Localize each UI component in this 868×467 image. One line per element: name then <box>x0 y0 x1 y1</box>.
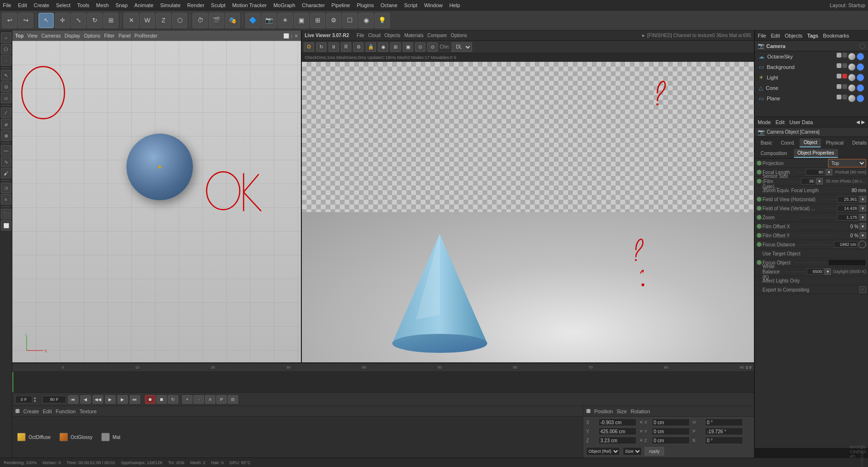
y-size-input[interactable] <box>652 428 690 435</box>
film-offset-x-stepper[interactable]: ▼ <box>859 223 866 230</box>
size-type-select[interactable]: Size <box>623 447 642 456</box>
om-menu-create[interactable]: Create <box>23 409 39 414</box>
autokey-btn[interactable]: A <box>205 395 215 404</box>
p-rot-input[interactable] <box>705 428 743 435</box>
tool-spline[interactable]: ∿ <box>1 156 11 167</box>
menu-sculpt[interactable]: Sculpt <box>211 2 226 8</box>
menu-tools[interactable]: Tools <box>77 2 89 8</box>
pp-menu-mode[interactable]: Mode <box>758 119 771 125</box>
fov-h-stepper[interactable]: ▼ <box>859 196 866 203</box>
tool-polygon[interactable]: ▱ <box>1 93 11 103</box>
lv-octane-icon[interactable]: O <box>304 42 314 52</box>
current-frame-input[interactable] <box>15 396 32 403</box>
focal-length-stepper[interactable]: ▼ <box>826 169 832 175</box>
viewport-expand-btn[interactable]: ⬜ ↕ ✕ <box>283 33 298 39</box>
tool-line[interactable]: — <box>1 145 11 156</box>
preview-btn[interactable]: P <box>216 395 227 404</box>
rp-menu-bookmarks[interactable]: Bookmarks <box>823 33 849 39</box>
coord-type-select[interactable]: Object (Rel) <box>586 447 620 456</box>
lv-view1-btn[interactable]: ▣ <box>403 42 413 52</box>
viewport-menu-prorender[interactable]: ProRender <box>135 33 157 39</box>
tool-extrude[interactable]: ⊕ <box>1 130 11 141</box>
lv-top-section[interactable] <box>302 62 754 212</box>
menu-create[interactable]: Create <box>34 2 49 8</box>
zoom-input[interactable] <box>837 214 858 221</box>
bg-lock[interactable] <box>842 63 847 68</box>
projection-btn[interactable]: ◉ <box>358 13 374 28</box>
tool-mode-point[interactable]: · <box>1 55 11 66</box>
hierarchy-item-light[interactable]: ☀ Light <box>755 72 868 83</box>
end-frame-input[interactable] <box>42 396 66 403</box>
pp-menu-edit[interactable]: Edit <box>776 119 785 125</box>
om-menu-function[interactable]: Function <box>56 409 76 414</box>
material-octdiffuse[interactable]: OctDiffuse <box>14 431 54 443</box>
bg-vis[interactable] <box>837 63 841 68</box>
menu-animate[interactable]: Animate <box>135 2 154 8</box>
lv-menu-options[interactable]: Options <box>451 33 467 38</box>
white-balance-input[interactable] <box>807 268 823 275</box>
menu-file[interactable]: File <box>3 2 11 8</box>
frame-down-btn[interactable]: ▼ <box>33 399 37 403</box>
wb-stepper[interactable]: ▼ <box>824 268 831 275</box>
top-view-content[interactable]: X Z <box>12 41 301 362</box>
remove-key-btn[interactable]: - <box>193 395 204 404</box>
perspective-btn[interactable]: 🔷 <box>245 13 260 28</box>
hierarchy-close-btn[interactable] <box>859 43 865 49</box>
sensor-size-stepper[interactable]: ▼ <box>816 178 823 185</box>
timeline-btn[interactable]: ⏱ <box>193 13 208 28</box>
tool-smooth[interactable]: ≈ <box>1 194 11 204</box>
menu-character[interactable]: Character <box>302 2 325 8</box>
stop-btn[interactable]: ⏹ <box>156 395 167 404</box>
tab-physical[interactable]: Physical <box>822 139 847 147</box>
rotate-tool[interactable]: ↻ <box>87 13 102 28</box>
timeline-track[interactable] <box>12 372 754 392</box>
y-position-input[interactable] <box>598 428 637 435</box>
camera-btn[interactable]: 📷 <box>261 13 277 28</box>
fov-v-input[interactable] <box>837 205 858 212</box>
h-rot-input[interactable] <box>705 418 743 426</box>
scale-tool[interactable]: ⤡ <box>71 13 86 28</box>
next-frame-btn[interactable]: ▶ <box>117 395 128 404</box>
channel-select[interactable]: DL <box>452 42 472 52</box>
focus-distance-picker[interactable] <box>858 241 866 248</box>
lv-lock-btn[interactable]: 🔒 <box>366 42 376 52</box>
octanesky-vis[interactable] <box>837 53 841 58</box>
tab-basic[interactable]: Basic <box>757 139 776 147</box>
timeline-playhead[interactable] <box>12 372 13 392</box>
goto-end-btn[interactable]: ⏭ <box>130 395 140 404</box>
menu-plugins[interactable]: Plugins <box>357 2 374 8</box>
viewport-menu-display[interactable]: Display <box>65 33 80 39</box>
move-tool[interactable]: ✛ <box>55 13 70 28</box>
material-octglossy[interactable]: OctGlossy <box>57 431 96 443</box>
z-position-input[interactable] <box>598 437 637 444</box>
tool-live-select[interactable]: ↖ <box>1 70 11 80</box>
tool-texture[interactable]: ⬛ <box>1 209 11 219</box>
hierarchy-item-plane[interactable]: ▭ Plane <box>755 93 868 104</box>
motion-btn[interactable]: 🎭 <box>225 13 240 28</box>
record-btn[interactable]: ⏺ <box>145 395 155 404</box>
export-compositing-checkbox[interactable]: ✓ <box>859 286 866 293</box>
menu-edit[interactable]: Edit <box>18 2 27 8</box>
lv-menu-cloud[interactable]: Cloud <box>368 33 380 38</box>
x-size-input[interactable] <box>652 418 690 426</box>
rp-menu-tags[interactable]: Tags <box>807 33 818 39</box>
keyframe-btn[interactable]: 🎬 <box>209 13 224 28</box>
menu-mograph[interactable]: MoGraph <box>273 2 295 8</box>
add-key-btn[interactable]: + <box>182 395 193 404</box>
hierarchy-item-background[interactable]: ▭ Background <box>755 62 868 72</box>
lv-light1-btn[interactable]: ⊙ <box>415 42 425 52</box>
frame-up-btn[interactable]: ▲ <box>33 396 37 399</box>
tab-object[interactable]: Object <box>800 138 821 147</box>
lv-grid-btn[interactable]: ⊞ <box>390 42 401 52</box>
menu-pipeline[interactable]: Pipeline <box>331 2 350 8</box>
pp-menu-userdata[interactable]: User Data <box>790 119 813 125</box>
transform-tool[interactable]: ⊞ <box>103 13 118 28</box>
fov-h-input[interactable] <box>837 196 858 203</box>
play-reverse-btn[interactable]: ◀◀ <box>93 395 103 404</box>
material-mat[interactable]: Mat <box>98 431 124 443</box>
lv-bottom-section[interactable] <box>302 212 754 362</box>
plane-lock[interactable] <box>842 95 847 99</box>
rp-menu-file[interactable]: File <box>758 33 766 39</box>
menu-window[interactable]: Window <box>424 2 443 8</box>
snap-btn[interactable]: ⬡ <box>172 13 187 28</box>
